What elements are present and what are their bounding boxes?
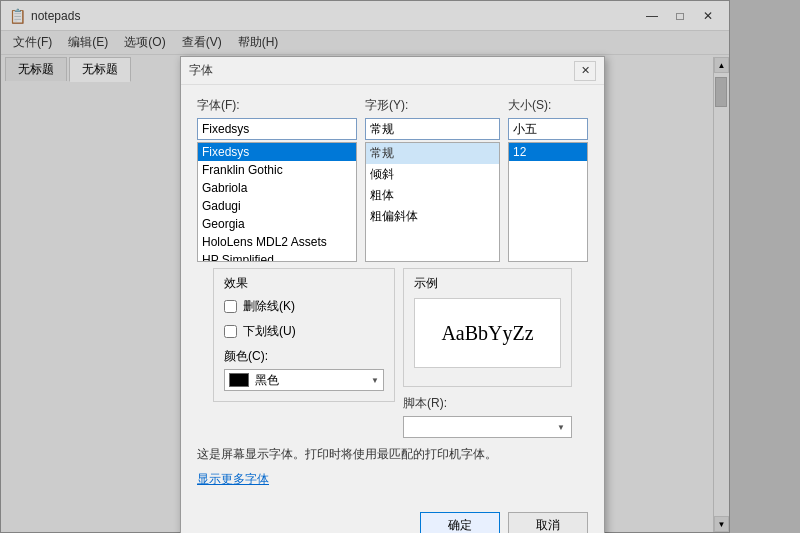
font-label: 字体(F): bbox=[197, 97, 357, 114]
color-swatch bbox=[229, 373, 249, 387]
list-item-hololens[interactable]: HoloLens MDL2 Assets bbox=[198, 233, 356, 251]
size-item-12[interactable]: 12 bbox=[509, 143, 587, 161]
style-label: 字形(Y): bbox=[365, 97, 500, 114]
style-item-italic[interactable]: 倾斜 bbox=[366, 164, 499, 185]
preview-frame: 示例 AaBbYyZz bbox=[403, 268, 572, 387]
info-section: 这是屏幕显示字体。打印时将使用最匹配的打印机字体。 显示更多字体 bbox=[197, 446, 588, 492]
font-list[interactable]: Fixedsys Franklin Gothic Gabriola Gadugi… bbox=[197, 142, 357, 262]
script-select[interactable]: ▼ bbox=[403, 416, 572, 438]
style-item-bold-italic[interactable]: 粗偏斜体 bbox=[366, 206, 499, 227]
script-row: 脚本(R): ▼ bbox=[403, 395, 572, 438]
preview-box: AaBbYyZz bbox=[414, 298, 561, 368]
effects-frame: 效果 删除线(K) 下划线(U) 颜色(C): 黑色 bbox=[213, 268, 395, 402]
dialog-buttons: 确定 取消 bbox=[181, 504, 604, 533]
color-name: 黑色 bbox=[255, 372, 365, 389]
strikethrough-row: 删除线(K) bbox=[224, 298, 384, 315]
ok-button[interactable]: 确定 bbox=[420, 512, 500, 533]
dialog-body: 字体(F): Fixedsys Franklin Gothic Gabriola… bbox=[181, 85, 604, 504]
font-dialog: 字体 ✕ 字体(F): Fixedsys Franklin Gothic Gab… bbox=[180, 56, 605, 533]
style-input[interactable] bbox=[365, 118, 500, 140]
preview-label: 示例 bbox=[414, 275, 561, 292]
list-item-franklin[interactable]: Franklin Gothic bbox=[198, 161, 356, 179]
effects-label: 效果 bbox=[224, 275, 384, 292]
list-item-hp-simplified[interactable]: HP Simplified bbox=[198, 251, 356, 262]
list-item-fixedsys[interactable]: Fixedsys bbox=[198, 143, 356, 161]
style-list[interactable]: 常规 倾斜 粗体 粗偏斜体 bbox=[365, 142, 500, 262]
color-select[interactable]: 黑色 ▼ bbox=[224, 369, 384, 391]
style-item-regular[interactable]: 常规 bbox=[366, 143, 499, 164]
strikethrough-checkbox[interactable] bbox=[224, 300, 237, 313]
right-col: 示例 AaBbYyZz 脚本(R): ▼ bbox=[403, 268, 572, 438]
more-fonts-link[interactable]: 显示更多字体 bbox=[197, 472, 269, 486]
dialog-title-bar: 字体 ✕ bbox=[181, 57, 604, 85]
font-col-size: 大小(S): 12 bbox=[508, 97, 588, 262]
list-item-gadugi[interactable]: Gadugi bbox=[198, 197, 356, 215]
script-arrow-icon: ▼ bbox=[557, 423, 565, 432]
strikethrough-label: 删除线(K) bbox=[243, 298, 295, 315]
dialog-title: 字体 bbox=[189, 62, 213, 79]
underline-checkbox[interactable] bbox=[224, 325, 237, 338]
size-input[interactable] bbox=[508, 118, 588, 140]
underline-label: 下划线(U) bbox=[243, 323, 296, 340]
size-list[interactable]: 12 bbox=[508, 142, 588, 262]
cancel-button[interactable]: 取消 bbox=[508, 512, 588, 533]
color-arrow-icon: ▼ bbox=[371, 376, 379, 385]
font-col-font: 字体(F): Fixedsys Franklin Gothic Gabriola… bbox=[197, 97, 357, 262]
color-label: 颜色(C): bbox=[224, 348, 384, 365]
underline-row: 下划线(U) bbox=[224, 323, 384, 340]
list-item-gabriola[interactable]: Gabriola bbox=[198, 179, 356, 197]
color-row: 颜色(C): 黑色 ▼ bbox=[224, 348, 384, 391]
font-labels-row: 字体(F): Fixedsys Franklin Gothic Gabriola… bbox=[197, 97, 588, 262]
list-item-georgia[interactable]: Georgia bbox=[198, 215, 356, 233]
font-input[interactable] bbox=[197, 118, 357, 140]
script-label: 脚本(R): bbox=[403, 395, 572, 412]
dialog-close-button[interactable]: ✕ bbox=[574, 61, 596, 81]
preview-text: AaBbYyZz bbox=[441, 322, 533, 345]
size-label: 大小(S): bbox=[508, 97, 588, 114]
bottom-section: 效果 删除线(K) 下划线(U) 颜色(C): 黑色 bbox=[197, 268, 588, 438]
style-item-bold[interactable]: 粗体 bbox=[366, 185, 499, 206]
info-text: 这是屏幕显示字体。打印时将使用最匹配的打印机字体。 bbox=[197, 446, 588, 463]
font-col-style: 字形(Y): 常规 倾斜 粗体 粗偏斜体 bbox=[365, 97, 500, 262]
left-col: 效果 删除线(K) 下划线(U) 颜色(C): 黑色 bbox=[213, 268, 395, 438]
